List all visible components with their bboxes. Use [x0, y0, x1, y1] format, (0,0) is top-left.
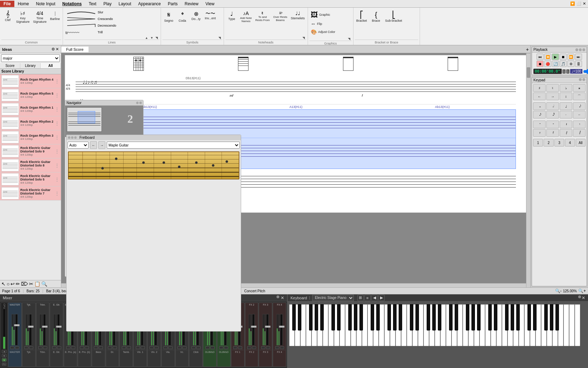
ch-mute-19[interactable] — [275, 346, 279, 349]
black-key-31[interactable] — [533, 304, 537, 330]
trill-btn[interactable]: tr~~~~~ Trill — [65, 29, 159, 35]
ch-mute-10[interactable] — [149, 346, 154, 349]
full-score-tab[interactable]: Full Score — [61, 47, 89, 52]
score-drag-7[interactable]: ⋮ — [55, 177, 59, 182]
pb-rewind[interactable]: ⏪ — [544, 54, 551, 60]
fb-next-btn[interactable]: → — [98, 141, 105, 149]
kp-dot[interactable]: · — [560, 111, 572, 118]
black-key-1[interactable] — [298, 304, 301, 330]
kp-2[interactable]: 2 — [544, 139, 553, 146]
white-key-51[interactable] — [575, 304, 580, 346]
fader-1[interactable] — [28, 326, 34, 328]
ch-solo-3[interactable] — [57, 346, 61, 349]
ch-mute-14[interactable] — [205, 346, 210, 349]
ch-mute-0[interactable] — [10, 346, 14, 349]
menu-file[interactable]: File — [0, 1, 14, 7]
black-key-4[interactable] — [320, 304, 324, 330]
black-key-28[interactable] — [511, 304, 514, 330]
black-key-18[interactable] — [432, 304, 436, 330]
menu-notations[interactable]: Notations — [59, 1, 85, 7]
black-key-17[interactable] — [427, 304, 430, 330]
ch-solo-10[interactable] — [154, 346, 159, 349]
score-item-0[interactable]: ♩♩♪♩ Rock Organ Rhythm 4 4/4 120bp ⋮ — [0, 74, 61, 88]
noteheads-expand[interactable]: ◥ — [302, 36, 306, 40]
crescendo-btn[interactable]: Crescendo — [65, 16, 159, 22]
score-drag-2[interactable]: ⋮ — [55, 107, 59, 112]
kb-close[interactable]: ✕ — [582, 295, 585, 300]
black-key-27[interactable] — [505, 304, 509, 330]
add-note-names-btn[interactable]: ♪A Add NoteNames — [239, 10, 253, 23]
ch-solo-11[interactable] — [168, 346, 173, 349]
black-key-19[interactable] — [438, 304, 441, 330]
navigator-content[interactable]: 2 — [65, 105, 143, 137]
ch-solo-13[interactable] — [196, 346, 201, 349]
ch-mute-17[interactable] — [247, 346, 251, 349]
kp-ddot[interactable]: ·· — [573, 111, 586, 118]
kp-natural[interactable]: ♮ — [546, 84, 559, 92]
ch-mute-3[interactable] — [52, 346, 56, 349]
black-key-25[interactable] — [488, 304, 492, 330]
menu-parts[interactable]: Parts — [164, 1, 181, 7]
cpu-btn3[interactable]: V — [2, 358, 7, 362]
kp-whole[interactable]: 𝅝 — [533, 102, 546, 110]
score-item-5[interactable]: ♩♩♪♩ Rock Electric Guitar Distorted Solo… — [0, 144, 61, 158]
menu-review[interactable]: Review — [181, 1, 202, 7]
score-item-6[interactable]: ♩♩♪♩ Rock Electric Guitar Distorted Solo… — [0, 158, 61, 172]
kp-rest-16[interactable]: 𝄿 — [533, 129, 546, 137]
menu-layout[interactable]: Layout — [115, 1, 135, 7]
kp-rest-q[interactable]: 𝄽 — [560, 121, 572, 128]
menu-play[interactable]: Play — [100, 1, 115, 7]
score-item-8[interactable]: ♩♩♪♩ Rock Electric Guitar Distorted Solo… — [0, 186, 61, 200]
pb-forward-end[interactable]: ⏭ — [575, 54, 582, 60]
pb-options[interactable]: ⚙ — [567, 61, 574, 67]
kb-list-btn[interactable]: ≡ — [364, 295, 371, 301]
kp-1[interactable]: 1 — [533, 139, 543, 146]
black-key-14[interactable] — [399, 304, 402, 330]
tool-copy[interactable]: 📋 — [34, 281, 40, 287]
fader-18[interactable] — [265, 326, 271, 328]
symbols-expand[interactable]: ◥ — [218, 36, 222, 40]
ch-solo-18[interactable] — [266, 346, 270, 349]
over-rests-beams-btn[interactable]: ≡𝄾 Over RestsBeams — [272, 10, 289, 22]
black-key-24[interactable] — [477, 304, 481, 330]
black-key-2[interactable] — [309, 304, 313, 330]
score-drag-4[interactable]: ⋮ — [55, 135, 59, 140]
stemelets-btn[interactable]: ♩♩ Stemelets — [289, 10, 306, 21]
decrescendo-btn[interactable]: Decrescendo — [65, 22, 159, 29]
score-drag-3[interactable]: ⋮ — [55, 121, 59, 126]
resize-btn[interactable]: ⬜ — [576, 1, 581, 6]
ch-mute-4[interactable] — [66, 346, 70, 349]
kp-rest-64[interactable]: 𝅁 — [560, 129, 572, 137]
black-key-11[interactable] — [376, 304, 380, 330]
invent-btn[interactable]: 〜〜 Inv...ent — [203, 10, 217, 21]
ch-mute-12[interactable] — [177, 346, 182, 349]
zoom-in-icon[interactable]: 🔍+ — [578, 288, 586, 293]
graphics-expand[interactable]: ◥ — [347, 37, 351, 41]
add-tab-btn[interactable]: + — [526, 47, 529, 52]
kp-eighth[interactable]: 𝅘𝅥𝅮 — [573, 102, 586, 110]
score-drag-1[interactable]: ⋮ — [55, 93, 59, 98]
nav-viewport[interactable] — [78, 111, 95, 123]
lines-expand[interactable]: ◥ — [155, 36, 159, 40]
tempo-slider[interactable] — [583, 70, 588, 73]
filter-all[interactable]: All — [41, 63, 61, 68]
brace-btn[interactable]: { Brace — [370, 10, 382, 23]
score-drag-5[interactable]: ⋮ — [55, 149, 59, 154]
kp-flip[interactable]: ↕ — [560, 93, 572, 100]
tool-pointer[interactable]: ↖ — [1, 281, 6, 287]
menu-home[interactable]: Home — [14, 1, 33, 7]
kp-dbl-sharp[interactable]: 𝄪 — [573, 84, 586, 92]
ch-solo-16[interactable] — [238, 346, 242, 349]
black-key-32[interactable] — [544, 304, 548, 330]
ch-mute-16[interactable] — [233, 346, 237, 349]
type-btn[interactable]: ♩ Type — [225, 10, 238, 21]
dotted-btn[interactable]: ⊗ Do...ty — [190, 10, 202, 21]
ch-solo-0[interactable] — [15, 346, 19, 349]
black-key-3[interactable] — [315, 304, 318, 330]
ch-solo-19[interactable] — [280, 346, 284, 349]
kp-all[interactable]: All — [576, 139, 586, 146]
kp-half[interactable]: 𝅗𝅥 — [546, 102, 559, 110]
fretboard-display[interactable] — [68, 151, 239, 179]
zoom-out-icon[interactable]: 🔍- — [555, 288, 562, 293]
black-key-0[interactable] — [292, 304, 296, 330]
